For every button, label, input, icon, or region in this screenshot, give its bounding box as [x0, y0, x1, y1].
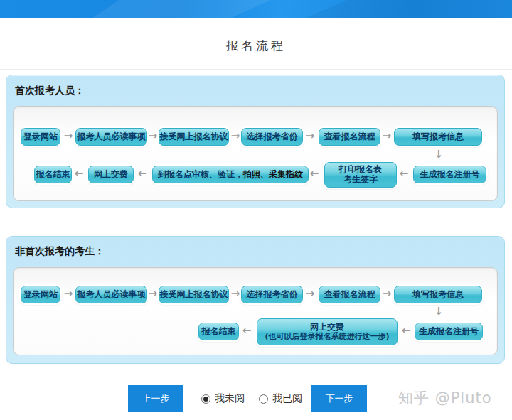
flow-step-finish: 报名结束 [34, 166, 72, 183]
flow-step-pay-online: 网上交费 [88, 166, 134, 183]
previous-step-button[interactable]: 上一步 [128, 385, 183, 412]
arrow-right-icon: → [380, 131, 393, 141]
arrow-left-icon: ← [136, 168, 149, 179]
radio-option-unread[interactable]: 我未阅 [201, 392, 245, 405]
radio-read-label[interactable]: 我已阅 [272, 392, 302, 405]
page-title: 报名流程 [0, 38, 512, 54]
arrow-right-icon: → [229, 289, 242, 299]
arrow-down-icon: ↓ [432, 306, 445, 317]
flow-step-province: 选择报考省份 [241, 286, 303, 303]
radio-unread-label[interactable]: 我未阅 [215, 392, 245, 405]
arrow-down-icon: ↓ [432, 149, 445, 160]
arrow-right-icon: → [62, 131, 75, 141]
flow-step-agreement: 接受网上报名协议 [159, 128, 229, 146]
flow-step-onsite-verify: 到报名点审核、验证，拍照、采集指纹 [152, 166, 309, 183]
flow-step-generate-number: 生成报名注册号 [415, 323, 483, 340]
flow-step-province: 选择报考省份 [241, 128, 303, 146]
arrow-left-icon: ← [308, 168, 321, 179]
flow-step-print-sign-line2: 考生签字 [343, 175, 378, 185]
flow-step-agreement: 接受网上报名协议 [159, 286, 229, 303]
flow-step-view-process: 查看报名流程 [319, 128, 380, 146]
verify-bold-text: 拍照、采集指纹 [243, 169, 303, 179]
flow-step-login: 登录网站 [21, 286, 60, 303]
flowchart-first-time: 登录网站 → 报考人员必读事项 → 接受网上报名协议 → 选择报考省份 → 查看… [13, 106, 498, 201]
flow-step-finish: 报名结束 [198, 323, 239, 340]
panel-returning-title: 非首次报考的考生： [15, 245, 105, 258]
flow-step-onsite-verify-text: 到报名点审核、验证，拍照、采集指纹 [158, 170, 303, 180]
panel-first-time-title: 首次报考人员： [15, 85, 85, 97]
flow-step-must-read: 报考人员必读事项 [75, 128, 147, 146]
flow-step-fill-info: 填写报考信息 [394, 128, 482, 146]
verify-normal-text: 到报名点审核、验证， [158, 169, 243, 179]
banner-decor-shape [306, 0, 512, 18]
header-divider [0, 69, 512, 70]
radio-unread-dot [203, 397, 208, 402]
arrow-left-icon: ← [73, 168, 85, 179]
flow-step-generate-number: 生成报名注册号 [413, 166, 486, 183]
page: 报名流程 首次报考人员： 登录网站 → 报考人员必读事项 → 接受网上报名协议 … [0, 0, 512, 420]
flow-step-pay-online-optional: 网上交费 (也可以后登录报名系统进行这一步) [257, 318, 398, 345]
flow-step-print-sign: 打印报名表 考生签字 [324, 162, 397, 188]
arrow-right-icon: → [229, 131, 242, 141]
radio-read-dot [261, 397, 266, 402]
arrow-left-icon: ← [400, 325, 412, 336]
radio-read-circle[interactable] [259, 394, 268, 404]
arrow-right-icon: → [146, 289, 159, 299]
flow-step-pay-line1: 网上交费 [310, 323, 344, 333]
panel-returning: 非首次报考的考生： 登录网站 → 报考人员必读事项 → 接受网上报名协议 → 选… [6, 236, 505, 364]
flow-step-print-sign-line1: 打印报名表 [339, 165, 382, 175]
watermark: 知乎 @Pluto [398, 388, 492, 408]
radio-option-read[interactable]: 我已阅 [259, 392, 302, 405]
arrow-left-icon: ← [398, 168, 410, 179]
flowchart-returning: 登录网站 → 报考人员必读事项 → 接受网上报名协议 → 选择报考省份 → 查看… [13, 267, 498, 355]
arrow-right-icon: → [62, 289, 75, 299]
flow-step-login: 登录网站 [21, 128, 60, 146]
panel-first-time: 首次报考人员： 登录网站 → 报考人员必读事项 → 接受网上报名协议 → 选择报… [6, 75, 505, 208]
arrow-right-icon: → [146, 131, 159, 141]
arrow-right-icon: → [380, 289, 393, 299]
arrow-right-icon: → [304, 289, 316, 299]
banner-decor-shape [92, 0, 270, 18]
arrow-right-icon: → [304, 131, 316, 141]
read-status-radio-group: 我未阅 我已阅 [201, 385, 302, 412]
flow-step-fill-info: 填写报考信息 [394, 286, 482, 303]
top-banner [0, 0, 512, 18]
next-step-button[interactable]: 下一步 [311, 385, 367, 412]
flow-step-must-read: 报考人员必读事项 [75, 286, 147, 303]
flow-step-view-process: 查看报名流程 [319, 286, 380, 303]
radio-unread-circle[interactable] [201, 394, 210, 404]
flow-step-pay-line2: (也可以后登录报名系统进行这一步) [265, 333, 389, 342]
arrow-left-icon: ← [240, 325, 253, 336]
